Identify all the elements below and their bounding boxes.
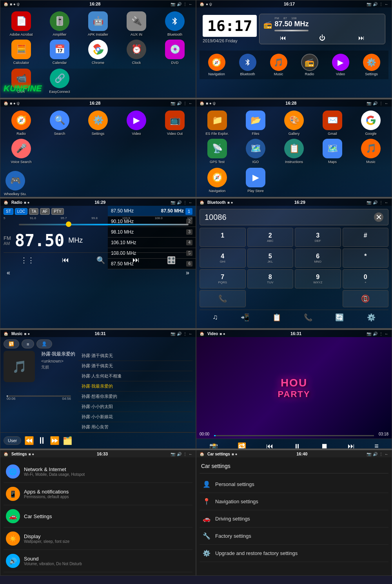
bt-key-4[interactable]: 4GHI (200, 248, 246, 268)
app-files[interactable]: 📂 Files (238, 111, 273, 136)
app-amplifier[interactable]: 🎚️ Amplifier (42, 11, 77, 36)
app-easyconnect[interactable]: 🔗 EasyConnect (42, 69, 77, 94)
app-radio[interactable]: 🧭 Radio (4, 111, 39, 136)
app-igo[interactable]: 🗺️ IGO (238, 139, 273, 164)
nav-radio[interactable]: 📻 Radio (301, 54, 318, 76)
app-gallery[interactable]: 🎨 Gallery (276, 111, 312, 136)
app-calculator[interactable]: 🧮 Calculator (4, 40, 39, 65)
bt-key-1[interactable]: 1 (200, 228, 246, 247)
music-mode-btn[interactable]: 🗂️ (63, 436, 73, 445)
app-adobe[interactable]: 📄 Adobe Acrobat (4, 11, 39, 36)
playlist-item-6[interactable]: 孙露·小小的太阳 (78, 402, 192, 412)
music-user-btn[interactable]: 👤 (36, 339, 52, 348)
nav-bluetooth[interactable]: Bluetooth (239, 54, 256, 76)
app-instructions[interactable]: 📋 Instructions (276, 139, 312, 164)
app-google[interactable]: Google (353, 111, 388, 136)
bt-contacts-icon[interactable]: 📋 (272, 313, 281, 322)
app-wheelkey[interactable]: 🎮 Wheelkey Stu. (4, 171, 27, 196)
radio-next-btn[interactable]: ⏭ (132, 256, 140, 265)
bt-key-7[interactable]: 7PQRS (200, 269, 246, 288)
bt-key-6[interactable]: 6MNO (295, 248, 341, 268)
app-voicesearch[interactable]: 🎤 Voice Search (4, 139, 39, 164)
car-nav-settings[interactable]: 📍 Navigation settings (200, 493, 388, 510)
playlist-item-7[interactable]: 孙露·小小新娘花 (78, 412, 192, 422)
bt-key-2[interactable]: 2ABC (247, 228, 294, 247)
radio-eq-btn[interactable]: 🎛️ (167, 256, 176, 265)
app-video[interactable]: ▶ Video (119, 111, 154, 136)
app-gmail[interactable]: ✉️ Gmail (315, 111, 350, 136)
bt-key-star[interactable]: * (343, 248, 389, 268)
bt-dialpad-icon[interactable]: 📞 (304, 313, 312, 322)
settings-sound[interactable]: 🔊 Sound Volume, vibration, Do Not Distur… (4, 550, 192, 572)
bt-key-0[interactable]: 0+ (343, 269, 389, 288)
car-factory[interactable]: 🔧 Factory settings (200, 528, 388, 545)
app-dvd[interactable]: 💿 DVD (157, 40, 192, 65)
car-driving[interactable]: 🚗 Driving settings (200, 510, 388, 528)
app-settings[interactable]: ⚙️ Settings (80, 111, 116, 136)
app-nav2[interactable]: 🧭 Navigation (200, 168, 235, 193)
video-playlist-btn[interactable]: ≡ (374, 442, 379, 449)
bt-settings-icon[interactable]: ⚙️ (367, 313, 376, 322)
app-clock[interactable]: ⏰ Clock (119, 40, 154, 65)
back-icon[interactable]: ← (189, 2, 192, 6)
video-prev-btn[interactable]: ⏮ (266, 442, 273, 449)
playlist-item-5[interactable]: 孙露·想着你亲爱的 (78, 392, 192, 402)
radio-prev-btn[interactable]: ⏮ (62, 256, 69, 265)
radio-fwd-btn[interactable]: » (186, 269, 189, 276)
bt-key-3[interactable]: 3DEF (295, 228, 341, 247)
tag-ta[interactable]: TA (29, 208, 38, 215)
next-icon[interactable]: ⏭ (358, 34, 365, 42)
radio-grid-btn[interactable]: ⋮⋮ (20, 256, 34, 265)
app-bluetooth[interactable]: Bluetooth (157, 11, 192, 36)
app-music2[interactable]: 🎵 Music (353, 139, 388, 164)
video-stop-btn[interactable]: ⏹ (321, 442, 328, 449)
playlist-item-3[interactable]: 孙露·人生何处不相逢 (78, 371, 192, 381)
power-icon[interactable]: ⏻ (319, 34, 325, 42)
playlist-item-1[interactable]: 孙露·酒干倘卖无 (78, 351, 192, 361)
tag-pty[interactable]: PTY (51, 208, 64, 215)
settings-car[interactable]: 🚗 Car Settings (4, 505, 192, 528)
back-s[interactable]: ← (189, 452, 192, 456)
radio-back-btn[interactable]: « (7, 269, 10, 276)
settings-network[interactable]: 🌐 Network & Internet Wi-Fi, Mobile, Data… (4, 461, 192, 483)
video-loop-btn[interactable]: 🔁 (238, 442, 246, 449)
radio-search-btn[interactable]: 🔍 (96, 256, 105, 265)
tag-st[interactable]: ST (4, 208, 13, 215)
video-play-btn[interactable]: ⏸ (293, 442, 301, 449)
back-bt[interactable]: ← (385, 200, 388, 205)
settings-apps[interactable]: 📱 Apps & notifications Permissions, defa… (4, 483, 192, 505)
car-upgrade[interactable]: ⚙️ Upgrade and restore factory settings (200, 545, 388, 562)
back-cs[interactable]: ← (385, 452, 388, 456)
back-4[interactable]: ← (385, 101, 388, 105)
app-auxin[interactable]: 🔌 AUX IN (119, 11, 154, 36)
nav-music[interactable]: 🎵 Music (270, 54, 287, 76)
prev-track-btn[interactable]: ⏪ (24, 436, 34, 445)
bt-call-icon[interactable]: 📲 (241, 313, 249, 322)
bt-key-hash[interactable]: # (343, 228, 389, 247)
app-videoout[interactable]: 📺 Video Out (157, 111, 192, 136)
prev-icon[interactable]: ⏮ (280, 34, 286, 42)
next-track-btn[interactable]: ⏩ (50, 436, 60, 445)
tag-af[interactable]: AF (40, 208, 50, 215)
video-next-btn[interactable]: ⏭ (348, 442, 355, 449)
nav-settings[interactable]: ⚙️ Settings (363, 54, 380, 76)
bt-phone-btn[interactable]: 📞 (200, 290, 246, 307)
video-screenshot-btn[interactable]: 📸 (209, 442, 218, 449)
music-playlist-btn[interactable]: ≡ (22, 339, 34, 348)
app-apk[interactable]: 🤖 APK Installer (80, 11, 116, 36)
bt-hangup-btn[interactable]: 📵 (343, 290, 389, 307)
back-3[interactable]: ← (189, 101, 192, 105)
nav-navigation[interactable]: 🧭 Navigation (208, 54, 225, 76)
back-r[interactable]: ← (189, 200, 192, 205)
playlist-item-8[interactable]: 孙露·用心良苦 (78, 422, 192, 432)
play-pause-btn[interactable]: ⏸ (37, 435, 47, 446)
nav-video[interactable]: ▶ Video (332, 54, 349, 76)
settings-display[interactable]: ☀️ Display Wallpaper, sleep, font size (4, 528, 192, 550)
app-chrome[interactable]: Chrome (80, 40, 116, 65)
app-playstore[interactable]: ▶ Play Store (238, 168, 273, 193)
music-loop-btn[interactable]: 🔁 (4, 339, 19, 348)
app-calendar[interactable]: 📅 Calendar (42, 40, 77, 65)
app-maps[interactable]: 🗺️ Maps (315, 139, 350, 164)
back-2[interactable]: ← (385, 2, 388, 6)
app-search[interactable]: 🔍 Search (42, 111, 77, 136)
